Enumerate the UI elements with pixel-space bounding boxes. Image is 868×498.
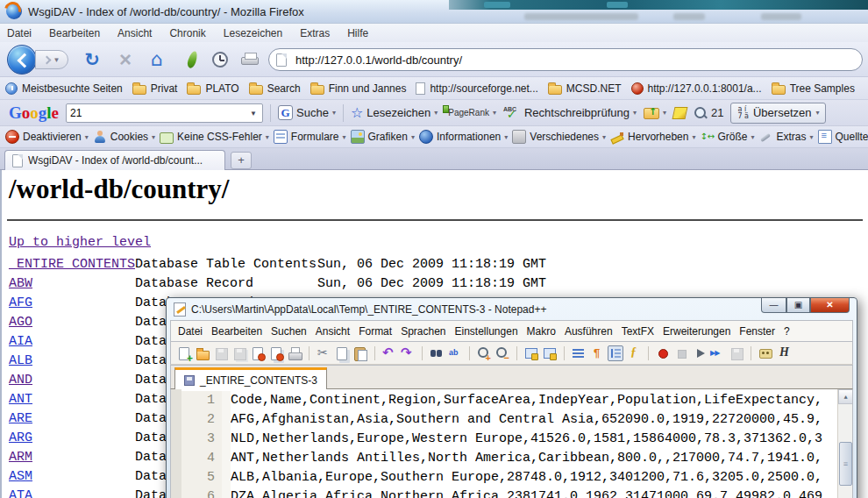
bookmark-item[interactable]: PLATO [187, 82, 238, 95]
minimize-button[interactable]: — [761, 298, 786, 313]
notepad-menu-item[interactable]: TextFX [622, 325, 654, 338]
bookmark-item[interactable]: MCSD.NET [548, 82, 622, 95]
notepad-menu-item[interactable]: Erweiterungen [663, 325, 730, 338]
feed-reader-button[interactable] [181, 48, 203, 71]
browser-tab[interactable]: WsgiDAV - Index of /world-db/count... [4, 150, 225, 170]
new-tab-button[interactable]: + [231, 152, 252, 169]
doc-switcher-icon[interactable] [758, 345, 773, 361]
bookmark-item[interactable]: http://sourceforge.net... [416, 82, 537, 95]
separator[interactable] [309, 346, 309, 360]
menu-item[interactable]: Ansicht [117, 27, 152, 39]
new-file-icon[interactable] [176, 345, 192, 361]
entry-link[interactable]: AFG [9, 295, 32, 310]
notepad-menu-item[interactable]: ? [784, 325, 790, 338]
webdev-item[interactable]: Größe ▾ [700, 130, 754, 144]
bookmark-item[interactable]: Finn und Jannes [310, 82, 407, 95]
menu-item[interactable]: Datei [7, 27, 32, 39]
notepad-menu-item[interactable]: Fenster [739, 325, 775, 338]
google-search-input[interactable] [70, 106, 232, 120]
bookmark-item[interactable]: http://127.0.0.1:8001/a... [631, 82, 762, 95]
url-input[interactable] [295, 51, 848, 68]
menu-item[interactable]: Lesezeichen [224, 27, 282, 39]
save-macro-icon[interactable] [729, 345, 744, 361]
webdev-item[interactable]: Hervorheben ▾ [610, 130, 695, 144]
zoom-out-icon[interactable] [494, 345, 510, 361]
separator[interactable] [422, 346, 423, 360]
menu-item[interactable]: Extras [300, 27, 330, 39]
find-icon[interactable] [429, 345, 445, 361]
play-macro-icon[interactable] [692, 345, 708, 361]
highlighter-icon[interactable] [672, 107, 687, 119]
send-to-button[interactable]: ▾ [644, 106, 666, 119]
search-dropdown-icon[interactable]: ▼ [246, 107, 260, 120]
stop-button[interactable]: × [114, 48, 137, 71]
notepad-menu-item[interactable]: Ausführen [565, 325, 613, 338]
google-search-box[interactable]: ▼ [66, 103, 263, 123]
notepad-menu-item[interactable]: Format [359, 325, 392, 338]
menu-item[interactable]: Bearbeiten [49, 27, 100, 39]
cut-icon[interactable] [316, 345, 331, 361]
word-find-button[interactable]: 21 [694, 106, 723, 120]
zoom-in-icon[interactable] [476, 345, 492, 361]
pagerank-widget[interactable]: PageRank▾ [445, 108, 496, 117]
notepad-menu-item[interactable]: Makro [527, 325, 556, 338]
redo-icon[interactable] [400, 345, 416, 361]
entry-link[interactable]: _ENTIRE_CONTENTS [9, 257, 135, 272]
save-icon[interactable] [213, 345, 229, 361]
close-all-icon[interactable] [268, 345, 284, 361]
separator[interactable] [374, 346, 375, 360]
entry-link[interactable]: AGO [9, 315, 32, 330]
entry-link[interactable]: AND [9, 373, 32, 388]
record-macro-icon[interactable] [655, 345, 671, 361]
notepad-document-tab[interactable]: _ENTIRE_CONTENTS-3 [174, 367, 327, 390]
menu-item[interactable]: Chronik [169, 27, 205, 39]
save-all-icon[interactable] [231, 345, 247, 361]
up-to-higher-level-link[interactable]: Up to higher level [9, 235, 151, 250]
entry-link[interactable]: ABW [9, 276, 32, 291]
run-multi-icon[interactable] [710, 345, 726, 361]
webdev-item[interactable]: Deaktivieren ▾ [5, 130, 89, 144]
wrap-icon[interactable] [571, 345, 587, 361]
webdev-item[interactable]: Grafiken ▾ [351, 130, 415, 144]
translate-button[interactable]: a í7 ä Übersetzen▾ [730, 103, 826, 124]
separator[interactable] [564, 346, 565, 360]
scrollbar-thumb[interactable]: ≡ [839, 442, 852, 486]
history-timer-button[interactable] [209, 48, 231, 71]
bookmark-item[interactable]: Meistbesuchte Seiten [5, 82, 123, 95]
separator[interactable] [469, 346, 470, 360]
undo-icon[interactable] [381, 345, 397, 361]
entry-link[interactable]: ANT [9, 392, 32, 407]
print-button[interactable] [238, 48, 261, 71]
home-button[interactable]: ⌂ [146, 48, 168, 71]
close-button[interactable]: ✕ [810, 298, 850, 313]
entry-link[interactable]: ARE [9, 411, 32, 426]
webdev-item[interactable]: Informationen ▾ [419, 130, 508, 144]
vertical-scrollbar[interactable]: ▲ ≡ [837, 389, 852, 498]
notepad-menu-item[interactable]: Ansicht [316, 325, 350, 338]
webdev-item[interactable]: Verschiedenes ▾ [512, 130, 606, 144]
bookmark-item[interactable]: Search [249, 82, 301, 95]
notepad-editor[interactable]: 1 Code,Name,Continent,Region,SurfaceArea… [170, 389, 853, 498]
notepad-menu-item[interactable]: Sprachen [401, 325, 445, 338]
spellcheck-button[interactable]: ABCRechtschreibprüfung▾ [503, 106, 637, 120]
google-bookmarks-button[interactable]: ☆Lesezeichen▾ [351, 104, 438, 121]
stop-macro-icon[interactable] [673, 345, 689, 361]
open-icon[interactable] [195, 345, 210, 361]
close-file-icon[interactable] [250, 345, 266, 361]
entry-link[interactable]: ATA [9, 488, 32, 498]
bookmark-item[interactable]: Tree Samples [772, 82, 855, 95]
restore-button[interactable]: ▣ [786, 298, 810, 313]
html-tag-icon[interactable] [776, 345, 792, 361]
webdev-item[interactable]: Formulare ▾ [274, 130, 346, 144]
menu-item[interactable]: Hilfe [347, 27, 368, 39]
webdev-item[interactable]: Cookies ▾ [93, 130, 155, 144]
paste-icon[interactable] [352, 345, 368, 361]
entry-link[interactable]: ALB [9, 353, 32, 368]
scroll-up-icon[interactable]: ▲ [838, 389, 853, 404]
copy-icon[interactable] [334, 345, 350, 361]
notepad-menu-item[interactable]: Bearbeiten [211, 325, 262, 338]
webdev-item[interactable]: Keine CSS-Fehler ▾ [160, 131, 269, 144]
entry-link[interactable]: ARM [9, 450, 32, 465]
separator[interactable] [516, 346, 517, 360]
notepad-menu-item[interactable]: Datei [178, 325, 203, 338]
